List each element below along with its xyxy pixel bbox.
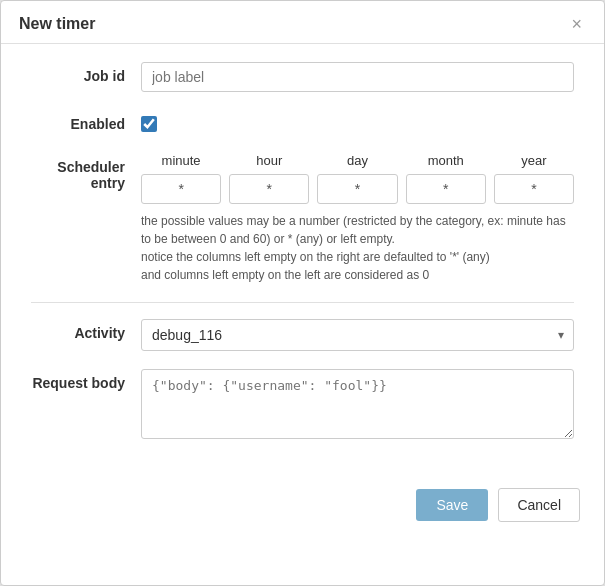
scheduler-hint: the possible values may be a number (res… xyxy=(141,212,574,284)
scheduler-col-month: month xyxy=(406,153,486,204)
scheduler-input-day[interactable] xyxy=(317,174,397,204)
request-body-row: Request body xyxy=(31,369,574,442)
dialog-footer: Save Cancel xyxy=(1,478,604,536)
job-id-row: Job id xyxy=(31,62,574,92)
scheduler-col-year-label: year xyxy=(521,153,546,168)
scheduler-input-minute[interactable] xyxy=(141,174,221,204)
save-button[interactable]: Save xyxy=(416,489,488,521)
scheduler-wrap: minute hour day xyxy=(141,153,574,284)
scheduler-col-month-label: month xyxy=(428,153,464,168)
cancel-button[interactable]: Cancel xyxy=(498,488,580,522)
scheduler-col-minute: minute xyxy=(141,153,221,204)
dialog-title: New timer xyxy=(19,15,95,33)
job-id-label: Job id xyxy=(31,62,141,84)
scheduler-columns: minute hour day xyxy=(141,153,574,204)
scheduler-section: minute hour day xyxy=(141,153,574,284)
scheduler-col-year: year xyxy=(494,153,574,204)
enabled-wrap xyxy=(141,110,574,135)
enabled-label: Enabled xyxy=(31,110,141,132)
new-timer-dialog: New timer × Job id Enabled Scheduler ent… xyxy=(0,0,605,586)
scheduler-input-hour[interactable] xyxy=(229,174,309,204)
scheduler-col-hour-label: hour xyxy=(256,153,282,168)
job-id-wrap xyxy=(141,62,574,92)
request-body-wrap xyxy=(141,369,574,442)
scheduler-input-month[interactable] xyxy=(406,174,486,204)
job-id-input[interactable] xyxy=(141,62,574,92)
request-body-textarea[interactable] xyxy=(141,369,574,439)
dialog-header: New timer × xyxy=(1,1,604,44)
enabled-checkbox[interactable] xyxy=(141,116,157,132)
activity-row: Activity debug_116 other_activity ▾ xyxy=(31,319,574,351)
scheduler-col-day-label: day xyxy=(347,153,368,168)
enabled-row: Enabled xyxy=(31,110,574,135)
scheduler-col-day: day xyxy=(317,153,397,204)
activity-select[interactable]: debug_116 other_activity xyxy=(141,319,574,351)
scheduler-col-hour: hour xyxy=(229,153,309,204)
request-body-label: Request body xyxy=(31,369,141,391)
scheduler-col-minute-label: minute xyxy=(162,153,201,168)
activity-label: Activity xyxy=(31,319,141,341)
activity-wrap: debug_116 other_activity ▾ xyxy=(141,319,574,351)
scheduler-input-year[interactable] xyxy=(494,174,574,204)
close-button[interactable]: × xyxy=(567,15,586,33)
scheduler-row: Scheduler entry minute hour xyxy=(31,153,574,284)
dialog-body: Job id Enabled Scheduler entry minute xyxy=(1,44,604,478)
scheduler-label: Scheduler entry xyxy=(31,153,141,191)
activity-select-wrap: debug_116 other_activity ▾ xyxy=(141,319,574,351)
